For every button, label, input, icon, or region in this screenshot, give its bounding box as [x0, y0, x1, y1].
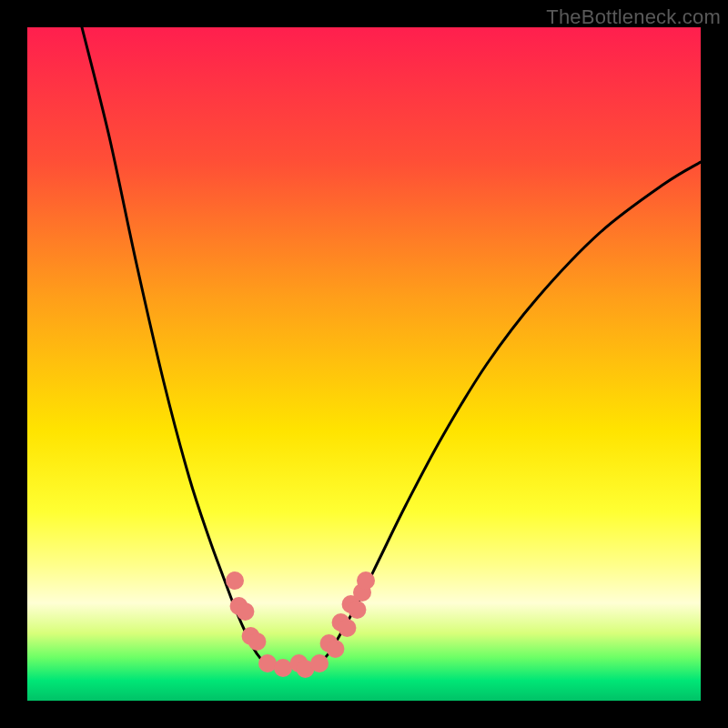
plot-area: [27, 27, 701, 701]
marker-dot: [258, 654, 277, 672]
chart-frame: TheBottleneck.com: [0, 0, 728, 728]
marker-dot: [237, 602, 255, 621]
marker-dot: [248, 632, 267, 651]
marker-dot: [327, 640, 345, 658]
marker-dot: [226, 571, 244, 590]
bottleneck-chart: [27, 27, 701, 701]
marker-dot: [349, 601, 367, 619]
marker-dot: [310, 654, 329, 672]
watermark-text: TheBottleneck.com: [546, 5, 721, 29]
marker-dot: [357, 571, 375, 590]
marker-dot: [274, 659, 292, 677]
marker-dot: [339, 619, 357, 637]
